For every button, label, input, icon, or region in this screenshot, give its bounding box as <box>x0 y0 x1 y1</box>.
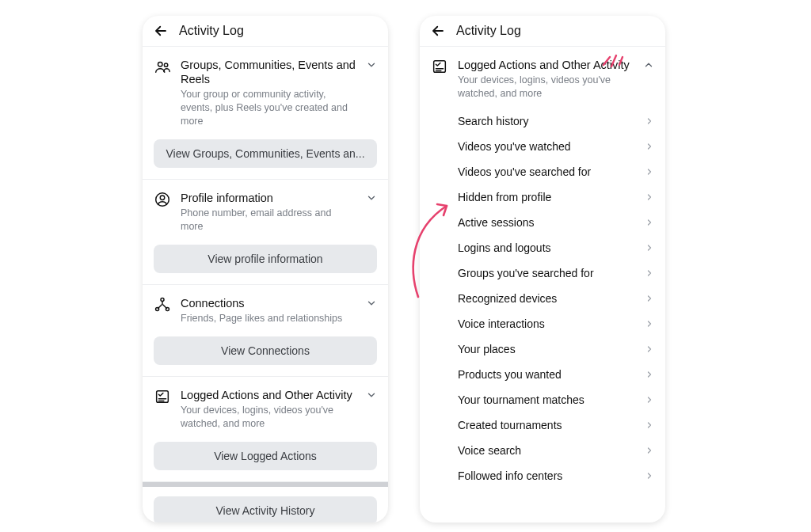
list-item[interactable]: Followed info centers <box>458 463 654 488</box>
list-item-label: Search history <box>458 115 528 127</box>
list-item[interactable]: Active sessions <box>458 210 654 235</box>
chevron-right-icon <box>645 446 654 455</box>
groups-icon <box>154 58 171 75</box>
list-item-label: Logins and logouts <box>458 241 551 254</box>
chevron-down-icon <box>366 191 377 203</box>
list-item[interactable]: Search history <box>458 108 654 134</box>
list-item-label: Recognized devices <box>458 292 557 305</box>
list-item-label: Videos you've watched <box>458 140 571 153</box>
profile-icon <box>154 191 171 208</box>
list-item[interactable]: Voice search <box>458 438 654 463</box>
titlebar: Activity Log <box>143 16 388 47</box>
section-groups: Groups, Communities, Events and Reels Yo… <box>143 47 388 180</box>
back-icon[interactable] <box>154 24 168 38</box>
titlebar: Activity Log <box>420 16 665 47</box>
phone-activity-log-sections: Activity Log Groups, Communities, Events… <box>143 16 388 522</box>
section-subtitle: Your devices, logins, videos you've watc… <box>458 74 634 101</box>
chevron-right-icon <box>645 192 654 202</box>
list-item[interactable]: Logins and logouts <box>458 235 654 260</box>
list-item-label: Groups you've searched for <box>458 267 594 279</box>
svg-point-2 <box>164 63 167 66</box>
chevron-right-icon <box>645 344 654 354</box>
chevron-up-icon <box>643 58 654 70</box>
chevron-right-icon <box>645 243 654 253</box>
chevron-right-icon <box>645 167 654 177</box>
list-item[interactable]: Your places <box>458 336 654 362</box>
chevron-right-icon <box>645 370 654 379</box>
section-title: Logged Actions and Other Activity <box>181 388 356 402</box>
section-subtitle: Your group or community activity, events… <box>181 88 356 128</box>
logged-actions-icon <box>154 388 171 405</box>
view-profile-info-button[interactable]: View profile information <box>154 245 377 273</box>
section-title: Connections <box>181 296 356 310</box>
chevron-right-icon <box>645 471 654 481</box>
section-connections: Connections Friends, Page likes and rela… <box>143 285 388 377</box>
list-item[interactable]: Created tournaments <box>458 412 654 438</box>
list-item-label: Products you wanted <box>458 368 562 381</box>
list-item[interactable]: Products you wanted <box>458 362 654 387</box>
back-icon[interactable] <box>431 24 445 38</box>
logged-actions-list: Search history Videos you've watched Vid… <box>431 108 654 488</box>
page-title: Activity Log <box>179 24 244 38</box>
chevron-right-icon <box>645 395 654 405</box>
list-item-label: Your places <box>458 343 516 355</box>
view-logged-actions-button[interactable]: View Logged Actions <box>154 442 377 470</box>
section-logged-actions-expanded[interactable]: Logged Actions and Other Activity Your d… <box>431 50 654 108</box>
section-header[interactable]: Logged Actions and Other Activity Your d… <box>154 385 377 439</box>
list-item[interactable]: Videos you've watched <box>458 134 654 159</box>
right-scroll: Logged Actions and Other Activity Your d… <box>420 47 665 488</box>
section-logged-actions: Logged Actions and Other Activity Your d… <box>143 377 388 482</box>
chevron-right-icon <box>645 294 654 303</box>
chevron-right-icon <box>645 420 654 430</box>
list-item[interactable]: Your tournament matches <box>458 387 654 412</box>
list-item[interactable]: Videos you've searched for <box>458 159 654 184</box>
list-item-label: Created tournaments <box>458 419 562 431</box>
list-item[interactable]: Voice interactions <box>458 311 654 336</box>
sections-scroll: Groups, Communities, Events and Reels Yo… <box>143 47 388 522</box>
chevron-down-icon <box>366 388 377 401</box>
chevron-right-icon <box>645 218 654 227</box>
section-subtitle: Phone number, email address and more <box>181 207 356 234</box>
section-title: Logged Actions and Other Activity <box>458 58 634 72</box>
svg-point-4 <box>160 196 165 200</box>
list-item[interactable]: Groups you've searched for <box>458 260 654 286</box>
list-item-label: Voice search <box>458 444 521 457</box>
chevron-down-icon <box>366 58 377 70</box>
section-header[interactable]: Connections Friends, Page likes and rela… <box>154 293 377 333</box>
list-item-label: Your tournament matches <box>458 393 584 406</box>
section-subtitle: Friends, Page likes and relationships <box>181 312 356 325</box>
section-title: Profile information <box>181 191 356 205</box>
page-title: Activity Log <box>456 24 521 38</box>
view-groups-button[interactable]: View Groups, Communities, Events an... <box>154 139 377 168</box>
section-subtitle: Your devices, logins, videos you've watc… <box>181 404 356 431</box>
section-title: Groups, Communities, Events and Reels <box>181 58 356 86</box>
list-item-label: Followed info centers <box>458 469 562 482</box>
list-item[interactable]: Recognized devices <box>458 286 654 311</box>
chevron-right-icon <box>645 142 654 151</box>
chevron-right-icon <box>645 116 654 126</box>
list-item-label: Active sessions <box>458 216 534 229</box>
phone-logged-actions-expanded: Activity Log Logged Actions and Other Ac… <box>420 16 665 522</box>
svg-point-1 <box>158 63 163 67</box>
list-item[interactable]: Hidden from profile <box>458 184 654 210</box>
section-header[interactable]: Profile information Phone number, email … <box>154 188 377 241</box>
list-item-label: Hidden from profile <box>458 191 551 203</box>
list-item-label: Voice interactions <box>458 317 545 330</box>
list-item-label: Videos you've searched for <box>458 165 591 178</box>
logged-actions-icon <box>431 58 448 75</box>
section-header[interactable]: Groups, Communities, Events and Reels Yo… <box>154 55 377 136</box>
chevron-right-icon <box>645 268 654 278</box>
chevron-right-icon <box>645 319 654 329</box>
section-profile-info: Profile information Phone number, email … <box>143 180 388 285</box>
view-activity-history-button[interactable]: View Activity History <box>154 496 377 522</box>
chevron-down-icon <box>366 296 377 309</box>
connections-icon <box>154 296 171 314</box>
view-connections-button[interactable]: View Connections <box>154 336 377 365</box>
